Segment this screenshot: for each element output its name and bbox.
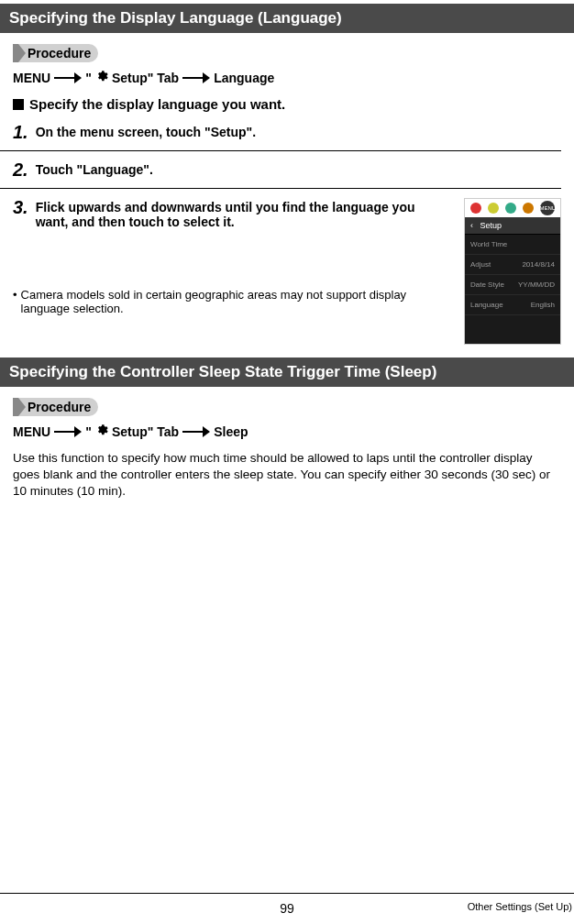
sleep-description: Use this function to specify how much ti… [13,450,561,500]
camera-icon [470,203,481,214]
step-3-text: Flick upwards and downwards until you fi… [36,198,451,229]
arrow-icon [182,426,210,437]
note-text: Camera models sold in certain geographic… [21,288,451,315]
arrow-icon [182,72,210,83]
footer-section-label: Other Settings (Set Up) [468,901,572,912]
sleep-text: Sleep [214,424,248,439]
note-row: • Camera models sold in certain geograph… [13,288,451,315]
screenshot-row: Adjust 2014/8/14 [465,255,560,275]
procedure-badge: Procedure [13,398,98,416]
step-3-text-column: 3. Flick upwards and downwards until you… [13,198,451,345]
language-text: Language [214,71,274,85]
menu-label: MENU [13,71,50,85]
screenshot-row: World Time [465,235,560,255]
row-label: Adjust [470,260,491,269]
menu-path-sleep: MENU " Setup" Tab Sleep [13,424,561,439]
battery-icon [523,203,534,214]
screenshot-statusbar: MENU [465,199,560,217]
setup-tab-text: Setup" Tab [112,71,179,85]
screenshot-title: Setup [480,221,502,230]
step-1: 1. On the menu screen, touch "Setup". [13,123,561,141]
step-number: 1. [13,123,28,141]
procedure-decor-arrow [18,44,26,62]
specify-step-text: Specify the display language you want. [29,96,285,112]
section-header-sleep: Specifying the Controller Sleep State Tr… [0,358,574,387]
step-2: 2. Touch "Language". [13,160,561,179]
row-value: 2014/8/14 [522,260,555,269]
page-footer: 99 Other Settings (Set Up) [0,893,574,924]
gear-icon [95,70,108,85]
open-quote: " [85,424,92,439]
divider [0,188,561,189]
screenshot-row: Language English [465,295,560,315]
arrow-icon [54,426,82,437]
divider [0,150,561,151]
arrow-icon [54,72,82,83]
procedure-badge: Procedure [13,44,98,62]
square-bullet-icon [13,99,24,110]
screenshot-setup-header: ‹ Setup [465,217,560,235]
device-screenshot: MENU ‹ Setup World Time Adjust 2014/8/14… [464,198,561,345]
row-value: YY/MM/DD [518,280,555,289]
section-header-language: Specifying the Display Language (Languag… [0,4,574,33]
step-number: 2. [13,160,28,179]
step-number: 3. [13,198,28,216]
wifi-icon [505,203,516,214]
row-label: Date Style [470,280,504,289]
procedure-label: Procedure [26,398,98,416]
back-icon: ‹ [470,221,473,230]
row-value: English [531,301,555,309]
bullet-icon: • [13,288,17,315]
specify-step: Specify the display language you want. [13,96,561,112]
menu-path-language: MENU " Setup" Tab Language [13,70,561,85]
row-label: World Time [470,240,507,248]
status-icon [488,203,499,214]
setup-tab-text: Setup" Tab [112,424,179,439]
step-3: 3. Flick upwards and downwards until you… [13,198,451,229]
procedure-label: Procedure [26,44,98,62]
gear-icon [95,424,108,439]
open-quote: " [85,71,92,85]
row-label: Language [470,301,503,309]
menu-label: MENU [13,424,50,439]
step-2-text: Touch "Language". [36,160,561,177]
step-3-row: 3. Flick upwards and downwards until you… [13,198,561,345]
step-1-text: On the menu screen, touch "Setup". [36,123,561,139]
screenshot-row: Date Style YY/MM/DD [465,275,560,295]
menu-icon: MENU [540,201,555,215]
procedure-decor-arrow [18,398,26,416]
